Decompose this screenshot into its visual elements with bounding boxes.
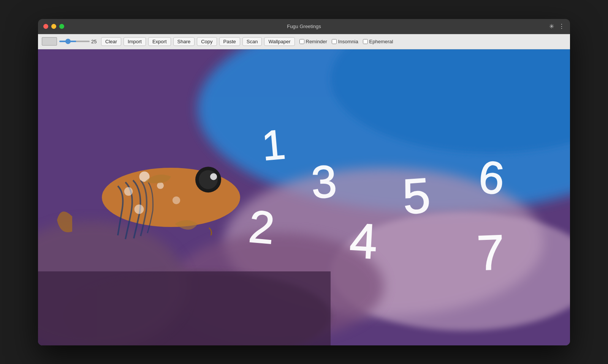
reminder-option[interactable]: Reminder [299, 39, 327, 44]
ephemeral-option[interactable]: Ephemeral [363, 39, 393, 44]
canvas-area[interactable]: 1 2 3 4 5 6 7 [38, 49, 570, 345]
svg-text:2: 2 [247, 200, 276, 253]
svg-rect-8 [38, 271, 331, 345]
import-button[interactable]: Import [124, 37, 146, 46]
svg-text:7: 7 [476, 224, 505, 280]
window-title: Fugu Greetings [287, 24, 321, 29]
svg-point-13 [135, 204, 144, 214]
titlebar-actions: ✳ ⋮ [549, 23, 570, 30]
brush-size-control: 25 [59, 39, 99, 44]
brush-size-value: 25 [91, 39, 99, 44]
svg-text:5: 5 [401, 167, 432, 224]
extensions-icon[interactable]: ✳ [549, 23, 554, 30]
ephemeral-label: Ephemeral [369, 39, 393, 44]
svg-point-11 [124, 187, 133, 196]
svg-text:6: 6 [477, 151, 506, 203]
copy-button[interactable]: Copy [197, 37, 217, 46]
titlebar: Fugu Greetings ✳ ⋮ [38, 19, 570, 34]
options-group: Reminder Insomnia Ephemeral [299, 39, 393, 44]
traffic-lights [38, 24, 64, 29]
reminder-checkbox[interactable] [299, 39, 304, 44]
svg-text:1: 1 [260, 120, 287, 169]
background-svg: 1 2 3 4 5 6 7 [38, 49, 570, 345]
insomnia-label: Insomnia [338, 39, 358, 44]
reminder-label: Reminder [306, 39, 327, 44]
ephemeral-checkbox[interactable] [363, 39, 368, 44]
clear-button[interactable]: Clear [101, 37, 121, 46]
insomnia-option[interactable]: Insomnia [332, 39, 358, 44]
menu-icon[interactable]: ⋮ [559, 23, 565, 30]
color-swatch[interactable] [42, 37, 57, 46]
svg-text:4: 4 [348, 213, 378, 269]
svg-text:3: 3 [310, 155, 338, 207]
close-button[interactable] [43, 24, 48, 29]
minimize-button[interactable] [51, 24, 56, 29]
share-button[interactable]: Share [173, 37, 195, 46]
insomnia-checkbox[interactable] [332, 39, 337, 44]
toolbar: 25 Clear Import Export Share Copy Paste … [38, 34, 570, 49]
wallpaper-button[interactable]: Wallpaper [264, 37, 294, 46]
app-window: Fugu Greetings ✳ ⋮ 25 Clear Import Expor… [38, 19, 570, 345]
background-scene: 1 2 3 4 5 6 7 [38, 49, 570, 345]
svg-point-14 [173, 196, 180, 204]
paste-button[interactable]: Paste [219, 37, 240, 46]
maximize-button[interactable] [59, 24, 64, 29]
svg-point-17 [210, 173, 217, 180]
brush-size-slider[interactable] [59, 41, 90, 42]
export-button[interactable]: Export [148, 37, 171, 46]
scan-button[interactable]: Scan [242, 37, 262, 46]
